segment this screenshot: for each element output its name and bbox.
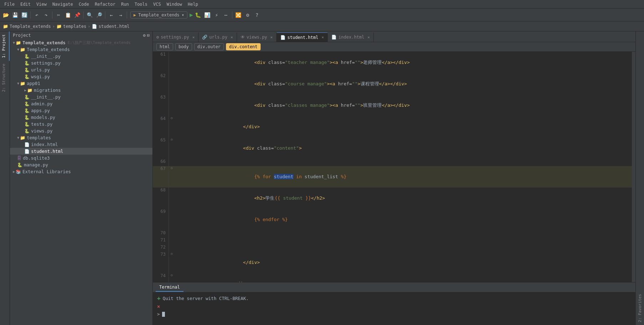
terminal-tab[interactable]: Terminal bbox=[156, 283, 183, 292]
tree-item-tests[interactable]: 🐍 tests.py bbox=[10, 121, 152, 128]
menu-refactor[interactable]: Refactor bbox=[92, 1, 118, 8]
app-window: File Edit View Navigate Code Refactor Ru… bbox=[0, 0, 644, 325]
editor-scrollbar[interactable] bbox=[632, 52, 635, 282]
line-number-65: 65 bbox=[153, 138, 169, 159]
gutter-71 bbox=[169, 238, 175, 245]
save-button[interactable]: 💾 bbox=[11, 11, 19, 19]
menu-tools[interactable]: Tools bbox=[132, 1, 150, 8]
tree-item-template-extends[interactable]: ▼ 📁 Template_extends bbox=[10, 46, 152, 53]
run-config-selector[interactable]: ▶ Template_extends ▾ bbox=[130, 11, 187, 19]
tree-item-models[interactable]: 🐍 models.py bbox=[10, 114, 152, 121]
tree-item-template-extends-root[interactable]: ▼ 📁 Template_extends E:\脱产三期\Template_ex… bbox=[10, 39, 152, 46]
code-editor-area[interactable]: 61 <div class="teacher manage"><a href="… bbox=[153, 52, 632, 282]
tab-student-close[interactable]: × bbox=[322, 35, 324, 40]
tab-urls-py[interactable]: 🔗 urls.py × bbox=[198, 32, 237, 42]
menu-navigate[interactable]: Navigate bbox=[50, 1, 76, 8]
bc-student-html[interactable]: 📄 student.html bbox=[92, 24, 130, 29]
bc-templates[interactable]: 📁 templates bbox=[56, 24, 86, 29]
more-button[interactable]: ⋯ bbox=[222, 11, 230, 19]
sqlite-icon: 🗄 bbox=[17, 156, 21, 161]
profile-button[interactable]: ⚡ bbox=[212, 11, 221, 19]
toolbar-sep-6 bbox=[232, 11, 232, 19]
run-button[interactable]: ▶ bbox=[190, 11, 193, 18]
open-folder-button[interactable]: 📂 bbox=[1, 11, 10, 19]
tab-index-close[interactable]: × bbox=[368, 35, 370, 40]
toolbar-sep-1 bbox=[30, 11, 31, 19]
tree-item-app01[interactable]: ▼ 📁 app01 bbox=[10, 80, 152, 87]
tree-item-wsgi[interactable]: 🐍 wsgi.py bbox=[10, 73, 152, 80]
back-button[interactable]: ← bbox=[107, 11, 116, 19]
tree-item-ext-libs[interactable]: ▶ 📚 External Libraries bbox=[10, 168, 152, 175]
tree-item-views[interactable]: 🐍 views.py bbox=[10, 128, 152, 134]
sidebar-tab-project[interactable]: 1: Project bbox=[0, 31, 10, 61]
redo-button[interactable]: ↷ bbox=[42, 11, 50, 19]
bp-outer[interactable]: div.outer bbox=[194, 43, 224, 50]
menu-file[interactable]: File bbox=[1, 1, 17, 8]
find-button[interactable]: 🔍 bbox=[85, 11, 94, 19]
line-content-71 bbox=[175, 238, 632, 245]
tree-item-admin[interactable]: 🐍 admin.py bbox=[10, 100, 152, 107]
terminal-line-2: × bbox=[157, 302, 631, 310]
tree-label-student-html: student.html bbox=[31, 149, 63, 154]
code-lines: 61 <div class="teacher manage"><a href="… bbox=[153, 52, 632, 282]
code-line-62: 62 <div class="course manage"><a href=""… bbox=[153, 73, 632, 95]
line-content-67: {% for student in student_list %} bbox=[175, 166, 632, 188]
bp-content[interactable]: div.content bbox=[226, 43, 261, 50]
cut-button[interactable]: ✂ bbox=[54, 11, 63, 19]
paste-button[interactable]: 📌 bbox=[73, 11, 81, 19]
tab-index-html[interactable]: 📄 index.html × bbox=[328, 32, 374, 42]
menu-help[interactable]: Help bbox=[185, 1, 201, 8]
tab-settings-py[interactable]: ⚙ settings.py × bbox=[153, 32, 198, 42]
forward-button[interactable]: → bbox=[116, 11, 125, 19]
bp-body[interactable]: body bbox=[175, 43, 192, 50]
tree-collapse-icon[interactable]: ⊟ bbox=[147, 33, 150, 38]
tree-item-student-html[interactable]: 📄 student.html bbox=[10, 148, 152, 155]
menu-run[interactable]: Run bbox=[118, 1, 132, 8]
line-number-66: 66 bbox=[153, 159, 169, 166]
settings-gear-button[interactable]: ⚙ bbox=[243, 11, 252, 19]
tab-views-close[interactable]: × bbox=[270, 35, 273, 40]
sidebar-tab-structure[interactable]: 2: Structure bbox=[0, 61, 10, 95]
terminal-content: + Quit the server with CTRL-BREAK. × > bbox=[153, 292, 635, 325]
vcs-button[interactable]: 🔀 bbox=[234, 11, 243, 19]
favorites-tab[interactable]: 2: Favorites bbox=[638, 294, 642, 322]
line-content-65: <div class="content"> bbox=[175, 138, 632, 159]
bp-html[interactable]: html bbox=[156, 43, 173, 50]
tree-item-manage[interactable]: 🐍 manage.py bbox=[10, 161, 152, 168]
line-number-74: 74 bbox=[153, 273, 169, 282]
debug-button[interactable]: 🐛 bbox=[194, 11, 202, 19]
tree-item-urls[interactable]: 🐍 urls.py bbox=[10, 66, 152, 73]
tab-views-py[interactable]: 👁 views.py × bbox=[237, 32, 277, 42]
tree-item-templates[interactable]: ▼ 📁 templates bbox=[10, 134, 152, 141]
tab-urls-close[interactable]: × bbox=[231, 35, 233, 40]
tree-item-settings[interactable]: 🐍 settings.py bbox=[10, 60, 152, 66]
replace-button[interactable]: 🔎 bbox=[95, 11, 103, 19]
py-file-icon: 🐍 bbox=[24, 54, 30, 59]
line-number-62: 62 bbox=[153, 73, 169, 95]
tree-item-init-2[interactable]: 🐍 __init__.py bbox=[10, 94, 152, 100]
line-content-72 bbox=[175, 245, 632, 252]
line-number-68: 68 bbox=[153, 188, 169, 209]
tree-item-init-1[interactable]: 🐍 __init__.py bbox=[10, 53, 152, 60]
coverage-button[interactable]: 📊 bbox=[203, 11, 212, 19]
copy-button[interactable]: 📋 bbox=[64, 11, 72, 19]
code-line-63: 63 <div class="classes manage"><a href="… bbox=[153, 95, 632, 116]
tree-label-ext-libs: External Libraries bbox=[22, 169, 71, 174]
tree-item-apps[interactable]: 🐍 apps.py bbox=[10, 107, 152, 114]
menu-code[interactable]: Code bbox=[76, 1, 92, 8]
sync-button[interactable]: 🔄 bbox=[20, 11, 29, 19]
help-button[interactable]: ? bbox=[253, 11, 261, 19]
menu-window[interactable]: Window bbox=[164, 1, 185, 8]
tree-item-index-html[interactable]: 📄 index.html bbox=[10, 141, 152, 148]
menu-vcs[interactable]: VCS bbox=[150, 1, 164, 8]
bc-root[interactable]: 📁 Template_extends bbox=[3, 24, 51, 29]
tab-settings-close[interactable]: × bbox=[192, 35, 195, 40]
tree-item-migrations[interactable]: ▶ 📁 migrations bbox=[10, 87, 152, 94]
tree-settings-icon[interactable]: ⚙ bbox=[143, 33, 146, 38]
code-line-71: 71 bbox=[153, 238, 632, 245]
menu-view[interactable]: View bbox=[34, 1, 50, 8]
tab-student-html[interactable]: 📄 student.html × bbox=[277, 32, 328, 42]
undo-button[interactable]: ↶ bbox=[32, 11, 41, 19]
tree-item-db-sqlite[interactable]: 🗄 db.sqlite3 bbox=[10, 155, 152, 161]
menu-edit[interactable]: Edit bbox=[17, 1, 34, 8]
